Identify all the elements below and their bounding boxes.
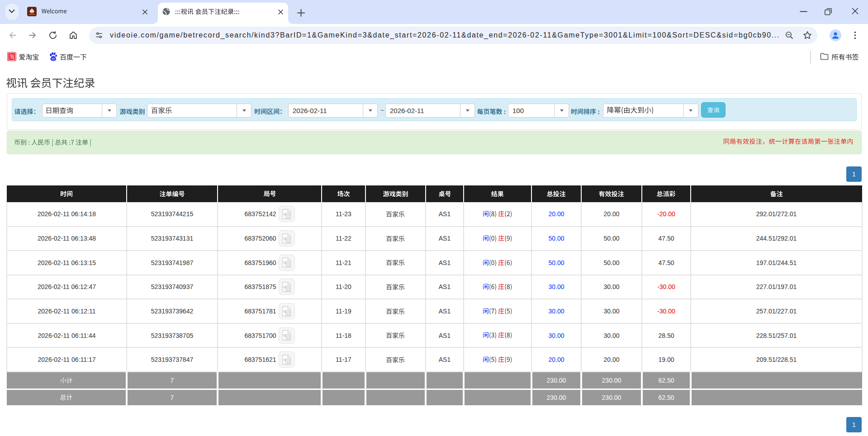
svg-text:du: du <box>52 57 55 60</box>
